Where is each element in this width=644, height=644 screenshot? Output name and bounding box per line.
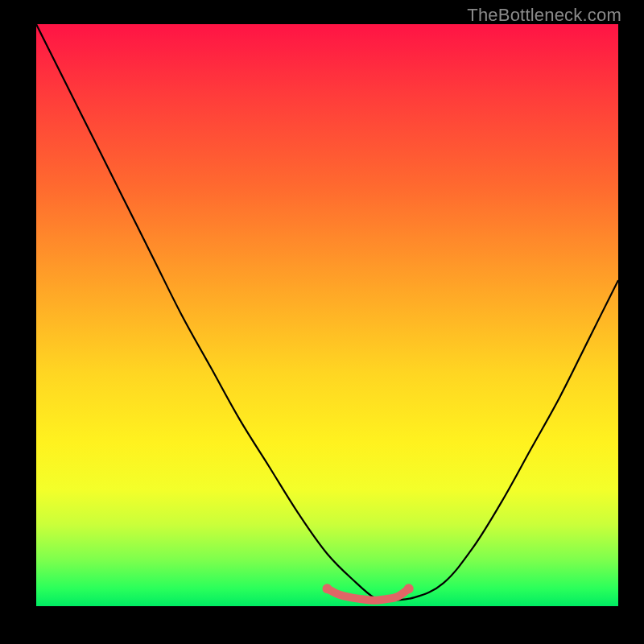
bottleneck-curve-line [36,24,618,601]
optimal-band-endpoint [404,584,414,593]
plot-area [36,24,618,606]
optimal-band-line [328,588,409,600]
chart-frame: TheBottleneck.com [0,0,644,644]
curve-svg [36,24,618,606]
watermark-text: TheBottleneck.com [467,5,621,26]
bottleneck-curve-path [36,24,618,601]
optimal-band-endpoint [323,584,332,593]
